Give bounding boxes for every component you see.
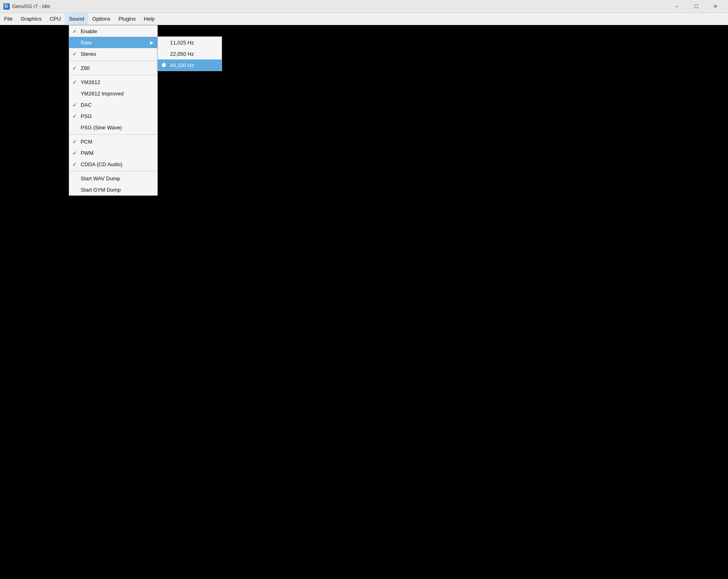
check-pcm: ✓	[72, 139, 80, 145]
rate-22050[interactable]: 22,050 Hz	[158, 48, 222, 59]
menu-sound-psg-sine-label: PSG (Sine Wave)	[80, 125, 153, 131]
check-rate	[72, 40, 80, 46]
check-stereo: ✓	[72, 51, 80, 57]
menu-sound-pcm-label: PCM	[80, 139, 153, 145]
menu-sound-cdda-label: CDDA (CD Audio)	[80, 161, 153, 167]
menu-sound-wav-dump[interactable]: Start WAV Dump	[69, 173, 157, 184]
menu-sound-dac[interactable]: ✓ DAC	[69, 99, 157, 110]
menu-file[interactable]: File	[0, 13, 17, 25]
rate-11025-label: 11,025 Hz	[170, 40, 218, 46]
menu-cpu[interactable]: CPU	[46, 13, 65, 25]
app-icon: G	[3, 3, 10, 10]
rate-44100[interactable]: 44,100 Hz	[158, 59, 222, 71]
check-ym2612: ✓	[72, 79, 80, 85]
menu-sound-dac-label: DAC	[80, 102, 153, 108]
submenu-arrow-icon: ▶	[150, 40, 153, 45]
menu-sound-stereo-label: Stereo	[80, 51, 153, 57]
menu-sound-wav-dump-label: Start WAV Dump	[80, 175, 153, 182]
check-z80: ✓	[72, 65, 80, 71]
menu-sound-enable[interactable]: ✓ Enable	[69, 25, 157, 37]
close-button[interactable]: ✕	[706, 0, 725, 13]
menu-sound-z80[interactable]: ✓ Z80	[69, 62, 157, 74]
check-cdda: ✓	[72, 161, 80, 167]
maximize-button[interactable]: ☐	[687, 0, 705, 13]
menu-options[interactable]: Options	[88, 13, 114, 25]
menu-sound-pwm[interactable]: ✓ PWM	[69, 147, 157, 158]
title-bar: G Gens/GS r7 - Idle – ☐ ✕	[0, 0, 728, 13]
menu-sound-ym2612[interactable]: ✓ YM2612	[69, 76, 157, 88]
menu-sound-ym2612improved-label: YM2612 Improved	[80, 91, 153, 97]
sound-dropdown: ✓ Enable Rate ▶ 11,025 Hz 22,050 Hz	[69, 25, 158, 196]
menu-sound-psg-sine[interactable]: PSG (Sine Wave)	[69, 122, 157, 133]
menu-sound-psg-label: PSG	[80, 113, 153, 119]
menu-sound-enable-label: Enable	[80, 28, 153, 34]
menu-sound-psg[interactable]: ✓ PSG	[69, 110, 157, 122]
minimize-button[interactable]: –	[667, 0, 686, 13]
check-ym2612improved	[72, 91, 80, 97]
selected-bullet-icon	[162, 63, 166, 67]
menu-plugins[interactable]: Plugins	[114, 13, 140, 25]
menu-sound-rate-label: Rate	[80, 40, 150, 46]
check-psg-sine	[72, 125, 80, 131]
menu-sound-stereo[interactable]: ✓ Stereo	[69, 48, 157, 59]
rate-submenu: 11,025 Hz 22,050 Hz 44,100 Hz	[157, 36, 222, 71]
check-wav-dump	[72, 175, 80, 182]
menu-graphics[interactable]: Graphics	[17, 13, 46, 25]
menu-sound-cdda[interactable]: ✓ CDDA (CD Audio)	[69, 158, 157, 170]
menu-sound-z80-label: Z80	[80, 65, 153, 71]
rate-11025[interactable]: 11,025 Hz	[158, 37, 222, 48]
separator-2	[69, 75, 157, 75]
menu-sound-pwm-label: PWM	[80, 150, 153, 156]
menu-sound-ym2612-label: YM2612	[80, 79, 153, 85]
separator-1	[69, 61, 157, 61]
check-psg: ✓	[72, 113, 80, 119]
menu-sound-gym-dump-label: Start GYM Dump	[80, 187, 153, 193]
menu-sound-gym-dump[interactable]: Start GYM Dump	[69, 184, 157, 195]
menu-sound[interactable]: Sound ✓ Enable Rate ▶ 11,025 Hz 22	[65, 13, 88, 25]
menu-help[interactable]: Help	[140, 13, 159, 25]
window-controls: – ☐ ✕	[667, 0, 725, 13]
separator-3	[69, 134, 157, 135]
check-pwm: ✓	[72, 150, 80, 156]
menu-sound-pcm[interactable]: ✓ PCM	[69, 136, 157, 147]
window-title: Gens/GS r7 - Idle	[12, 4, 667, 9]
rate-44100-label: 44,100 Hz	[170, 62, 218, 68]
menu-sound-rate[interactable]: Rate ▶ 11,025 Hz 22,050 Hz 44,100 Hz	[69, 37, 157, 48]
rate-22050-label: 22,050 Hz	[170, 51, 218, 57]
check-gym-dump	[72, 187, 80, 193]
separator-4	[69, 171, 157, 171]
check-dac: ✓	[72, 102, 80, 108]
menu-bar: File Graphics CPU Sound ✓ Enable Rate ▶	[0, 13, 728, 25]
menu-sound-ym2612improved[interactable]: YM2612 Improved	[69, 88, 157, 99]
check-enable: ✓	[72, 28, 80, 34]
